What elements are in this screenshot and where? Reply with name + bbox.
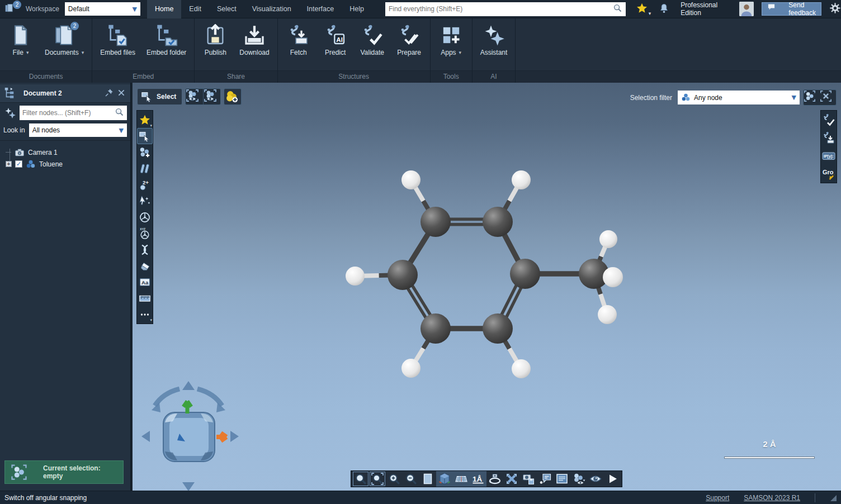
atom-c3[interactable]	[388, 260, 418, 290]
bond-tool-button[interactable]	[137, 160, 153, 177]
ai-filter-icon[interactable]	[3, 106, 17, 120]
scale-bar-toggle-button[interactable]: 1Å	[470, 471, 486, 487]
snapshot-button[interactable]	[520, 471, 537, 487]
resize-grip[interactable]	[830, 495, 837, 501]
label-tool-button[interactable]: Aa	[137, 274, 153, 290]
atom-c2[interactable]	[483, 207, 513, 237]
selection-filter-dropdown[interactable]: Any node ▼	[678, 91, 800, 104]
ribbon-button-documents[interactable]: 2Documents▾	[40, 23, 88, 59]
visibility-presets-button[interactable]	[570, 471, 587, 487]
more-tools-button[interactable]: ▾	[137, 306, 153, 322]
ribbon-button-predict[interactable]: AIPredict	[318, 23, 353, 59]
add-atoms-tool-button[interactable]	[137, 144, 153, 160]
grid-toggle-button[interactable]	[453, 471, 470, 487]
search-icon[interactable]	[613, 3, 622, 15]
settings-gear-icon[interactable]	[829, 2, 841, 16]
support-link[interactable]: Support	[706, 494, 729, 502]
select-tool-button[interactable]: Select	[137, 88, 182, 105]
navigation-gizmo[interactable]	[138, 379, 250, 493]
select-tool-button[interactable]	[137, 128, 153, 144]
search-icon[interactable]	[115, 107, 124, 118]
ribbon-button-download[interactable]: Download	[235, 23, 273, 59]
viewport-3d[interactable]: Select Selection filter Any node ▼ ▾2+XY…	[133, 83, 841, 491]
atom-h6[interactable]	[512, 359, 531, 378]
atom-h5[interactable]	[401, 359, 421, 378]
annotation-button[interactable]	[537, 471, 554, 487]
favorites-button[interactable]: ▾	[636, 2, 651, 16]
menu-tab-home[interactable]: Home	[147, 0, 181, 18]
atom-h2[interactable]	[512, 170, 531, 189]
version-link[interactable]: SAMSON 2023 R1	[744, 494, 800, 502]
zoom-fit-button[interactable]	[352, 471, 369, 487]
pointer-edit-tool-button[interactable]	[137, 193, 153, 209]
rotate-dial-tool-button[interactable]	[137, 209, 153, 225]
filter-nodes-field[interactable]	[20, 106, 127, 120]
add-group-button[interactable]	[224, 88, 242, 105]
atom-h7a[interactable]	[599, 230, 617, 248]
avatar[interactable]	[739, 2, 754, 16]
navigation-cube-toggle-button[interactable]	[436, 471, 453, 487]
atom-c1[interactable]	[421, 207, 451, 237]
reset-view-button[interactable]	[503, 471, 520, 487]
show-hide-button[interactable]	[587, 471, 604, 487]
zoom-selection-button[interactable]	[369, 471, 386, 487]
ribbon-button-assistant[interactable]: Assistant	[476, 23, 512, 59]
fetch-structure-button[interactable]	[821, 130, 837, 146]
workspace-dropdown[interactable]: Default ▼	[65, 2, 140, 16]
pin-panel-button[interactable]	[105, 88, 115, 98]
measure-tool-button[interactable]	[137, 290, 153, 306]
document-stack-icon[interactable]: 2	[4, 3, 18, 15]
atom-h3[interactable]	[346, 267, 365, 286]
send-feedback-button[interactable]: Send feedback	[762, 2, 821, 16]
ribbon-button-embed-folder[interactable]: Embed folder	[142, 23, 191, 59]
ipython-console-button[interactable]: IP[y]:	[821, 148, 837, 164]
eraser-tool-button[interactable]	[137, 258, 153, 274]
visibility-checkbox[interactable]: ✓	[15, 160, 22, 168]
global-search[interactable]	[385, 2, 626, 16]
twist-helix-tool-button[interactable]	[137, 241, 153, 258]
ribbon-button-embed-files[interactable]: Embed files	[96, 23, 140, 59]
atom-h7b[interactable]	[603, 267, 623, 287]
text-overlay-button[interactable]	[554, 471, 570, 487]
chevron-down-icon: ▾	[82, 50, 84, 55]
background-toggle-button[interactable]	[419, 471, 436, 487]
look-in-dropdown[interactable]: All nodes ▼	[29, 123, 127, 137]
ribbon-button-file[interactable]: File▾	[3, 23, 38, 59]
charge-tool-button[interactable]: 2+	[137, 177, 153, 193]
ribbon-button-publish[interactable]: Publish	[198, 23, 233, 59]
ribbon-button-fetch[interactable]: Fetch	[281, 23, 316, 59]
menu-tab-help[interactable]: Help	[342, 0, 372, 18]
search-input[interactable]	[389, 5, 613, 13]
menu-tab-interface[interactable]: Interface	[299, 0, 342, 18]
expander-plus-icon[interactable]: +	[6, 161, 12, 167]
menu-tab-select[interactable]: Select	[209, 0, 244, 18]
menu-tab-visualization[interactable]: Visualization	[244, 0, 299, 18]
rotate-xyz-tool-button[interactable]: XYZ	[137, 225, 153, 241]
close-panel-button[interactable]	[117, 88, 127, 98]
tree-node-toluene[interactable]: +✓Toluene	[6, 158, 128, 170]
ribbon-button-validate[interactable]: Validate	[355, 23, 390, 59]
gromacs-setup-button[interactable]: Gro	[821, 165, 837, 182]
ribbon-button-apps[interactable]: Apps▾	[434, 23, 469, 59]
play-animation-button[interactable]	[604, 471, 621, 487]
clear-selection-button[interactable]	[820, 90, 836, 105]
notifications-icon[interactable]	[659, 3, 669, 16]
atom-c4[interactable]	[510, 259, 540, 289]
zoom-out-button[interactable]	[403, 471, 419, 487]
atom-h1[interactable]	[401, 170, 421, 189]
atom-c6[interactable]	[483, 313, 513, 344]
filter-nodes-input[interactable]	[22, 109, 115, 117]
camera-orbit-button[interactable]	[486, 471, 503, 487]
frame-visible-button[interactable]	[186, 89, 203, 104]
ribbon-button-prepare[interactable]: Prepare	[392, 23, 427, 59]
ribbon-button-label: Download	[239, 49, 269, 56]
tree-node-camera-1[interactable]: Camera 1	[6, 146, 128, 158]
select-all-button[interactable]	[804, 90, 820, 105]
zoom-in-button[interactable]	[386, 471, 403, 487]
atom-c5[interactable]	[421, 313, 451, 344]
favorites-button[interactable]: ▾	[137, 112, 153, 128]
validate-structure-button[interactable]	[821, 112, 837, 128]
frame-selection-button[interactable]	[203, 89, 220, 104]
atom-h7c[interactable]	[598, 305, 617, 324]
menu-tab-edit[interactable]: Edit	[181, 0, 209, 18]
